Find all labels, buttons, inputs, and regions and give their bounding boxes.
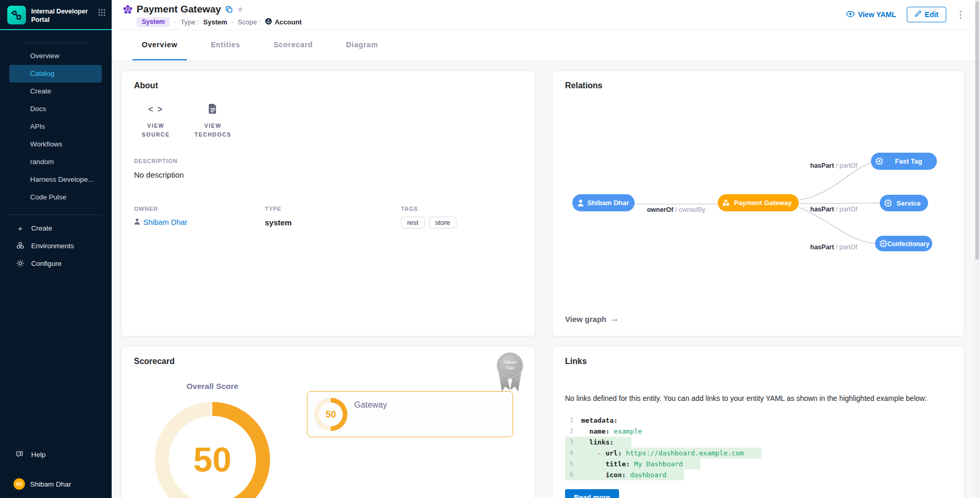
separator-dot: · xyxy=(174,18,176,26)
yaml-example-code: 1metadata:2 name: example3 links:4 - url… xyxy=(565,415,761,480)
scorecard-title: Scorecard xyxy=(134,357,174,366)
tag-chip-rest[interactable]: rest xyxy=(401,217,425,228)
links-card: Links No links defined for this entity. … xyxy=(552,346,964,498)
favorite-star-icon[interactable]: ★ xyxy=(237,5,244,14)
type-value: system xyxy=(265,218,401,227)
check-score-donut: 50 xyxy=(314,398,347,431)
sidebar-item-workflows[interactable]: Workflows xyxy=(9,136,102,153)
help-button[interactable]: ? Help xyxy=(0,446,112,463)
scope-value: Account xyxy=(275,18,302,26)
person-icon xyxy=(134,218,140,226)
links-empty-text: No links defined for this entity. You ca… xyxy=(565,394,927,402)
page-content: About < > VIEW SOURCE VIEW TECHDOCS DESC… xyxy=(112,61,980,498)
tab-overview[interactable]: Overview xyxy=(132,30,187,60)
tags-label: TAGS xyxy=(401,206,457,212)
svg-text:ownerOf / ownedBy: ownerOf / ownedBy xyxy=(647,206,706,213)
system-entity-icon xyxy=(123,5,132,14)
sidebar-nav: OverviewCatalogCreateDocsAPIsWorkflowsra… xyxy=(0,47,112,206)
view-graph-link[interactable]: View graph → xyxy=(560,311,624,327)
code-line: 4 - url: https://dashboard.example.com xyxy=(565,448,761,459)
relations-graph[interactable]: ownerOf / ownedByhasPart / partOfhasPart… xyxy=(553,71,965,337)
svg-text:hasPart / partOf: hasPart / partOf xyxy=(810,244,858,251)
svg-text:hasPart / partOf: hasPart / partOf xyxy=(810,162,858,169)
scorecard-check-list: 50Gateway xyxy=(307,391,513,437)
code-line: 6 icon: dashboard xyxy=(565,469,684,480)
type-label: Type : xyxy=(181,18,199,26)
svg-text:Payment Gateway: Payment Gateway xyxy=(734,199,792,207)
scope-label: Scope : xyxy=(238,18,261,26)
entity-tabs: OverviewEntitiesScorecardDiagram xyxy=(112,30,980,61)
scorecard-card: Scorecard Overall Score 50 50Gateway Sil… xyxy=(121,346,535,498)
owner-link[interactable]: Shibam Dhar xyxy=(134,218,265,226)
sidebar-item-environments[interactable]: Environments xyxy=(0,237,112,254)
code-line: 3 links: xyxy=(565,437,632,448)
user-avatar: SD xyxy=(14,478,25,490)
view-yaml-button[interactable]: View YAML xyxy=(846,10,896,19)
copy-icon[interactable] xyxy=(225,6,233,13)
sidebar-accent-divider xyxy=(0,29,112,30)
tab-entities[interactable]: Entities xyxy=(202,30,250,60)
more-options-kebab-icon[interactable] xyxy=(957,9,964,21)
sidebar-item-random[interactable]: random xyxy=(9,153,102,171)
relation-node-shibam-dhar[interactable]: Shibam Dhar xyxy=(572,194,635,211)
about-card: About < > VIEW SOURCE VIEW TECHDOCS DESC… xyxy=(121,70,535,337)
svg-text:Shibam Dhar: Shibam Dhar xyxy=(587,199,629,207)
scorecard-check-gateway[interactable]: 50Gateway xyxy=(307,391,513,437)
read-more-button[interactable]: Read more xyxy=(565,489,619,498)
sidebar-item-code-pulse[interactable]: Code Pulse xyxy=(9,189,102,206)
svg-text:Fast Tag: Fast Tag xyxy=(895,157,922,165)
entity-header: Payment Gateway ★ System · Type : System… xyxy=(112,0,980,30)
sidebar-item-configure[interactable]: Configure xyxy=(0,254,112,272)
sidebar-item-docs[interactable]: Docs xyxy=(9,100,102,118)
sidebar-item-create[interactable]: Create xyxy=(9,83,102,100)
relation-node-payment-gateway[interactable]: Payment Gateway xyxy=(718,194,799,211)
view-techdocs-button[interactable]: VIEW TECHDOCS xyxy=(191,103,235,139)
user-menu[interactable]: SD Shibam Dhar xyxy=(0,478,112,490)
nav-divider xyxy=(26,43,86,43)
overall-score-value: 50 xyxy=(155,402,270,498)
sidebar-create-button[interactable]: + Create xyxy=(0,219,112,237)
owner-label: OWNER xyxy=(134,206,265,212)
sidebar-item-overview[interactable]: Overview xyxy=(9,47,102,65)
description-value: No description xyxy=(134,170,184,179)
view-source-button[interactable]: < > VIEW SOURCE xyxy=(134,103,178,139)
page-title: Payment Gateway xyxy=(137,4,221,15)
scrollbar-thumb[interactable] xyxy=(975,1,979,260)
gear-icon xyxy=(16,259,25,267)
check-name: Gateway xyxy=(354,400,387,410)
tag-chip-store[interactable]: store xyxy=(429,217,457,228)
relation-node-confectionary[interactable]: Confectionary xyxy=(875,236,932,251)
user-name: Shibam Dhar xyxy=(30,480,71,488)
account-scope-icon xyxy=(265,18,272,26)
nav-divider xyxy=(9,214,102,215)
relations-card: Relations ownerOf / ownedByhasPart / par… xyxy=(552,70,964,337)
plus-icon: + xyxy=(16,224,25,233)
environments-icon xyxy=(16,241,25,250)
relation-node-fast-tag[interactable]: Fast Tag xyxy=(871,153,937,170)
help-chat-icon: ? xyxy=(16,450,25,459)
svg-text:hasPart / partOf: hasPart / partOf xyxy=(810,206,858,213)
code-icon: < > xyxy=(148,105,163,114)
arrow-right-icon: → xyxy=(610,314,619,324)
tab-scorecard[interactable]: Scorecard xyxy=(264,30,323,60)
overall-score-donut: 50 xyxy=(155,402,270,498)
svg-text:Service: Service xyxy=(896,199,920,207)
eye-icon xyxy=(846,10,855,19)
about-title: About xyxy=(134,81,158,90)
tab-diagram[interactable]: Diagram xyxy=(337,30,387,60)
medal-icon: Silver Tier xyxy=(497,353,523,379)
main-area: Payment Gateway ★ System · Type : System… xyxy=(112,0,980,498)
separator-dot: · xyxy=(232,18,234,26)
pencil-icon xyxy=(915,10,921,19)
document-icon xyxy=(209,104,217,116)
sidebar-item-harness-develope[interactable]: Harness Develope... xyxy=(9,171,102,189)
edit-button[interactable]: Edit xyxy=(907,7,946,22)
sidebar-item-catalog[interactable]: Catalog xyxy=(9,65,102,83)
sidebar-item-apis[interactable]: APIs xyxy=(9,118,102,136)
tier-badge: Silver Tier xyxy=(496,353,523,397)
type-label: TYPE xyxy=(265,206,401,212)
module-grid-icon[interactable] xyxy=(98,6,105,18)
overall-score-label: Overall Score xyxy=(155,382,270,391)
page-scrollbar xyxy=(975,0,979,498)
relation-node-service[interactable]: Service xyxy=(880,195,928,211)
